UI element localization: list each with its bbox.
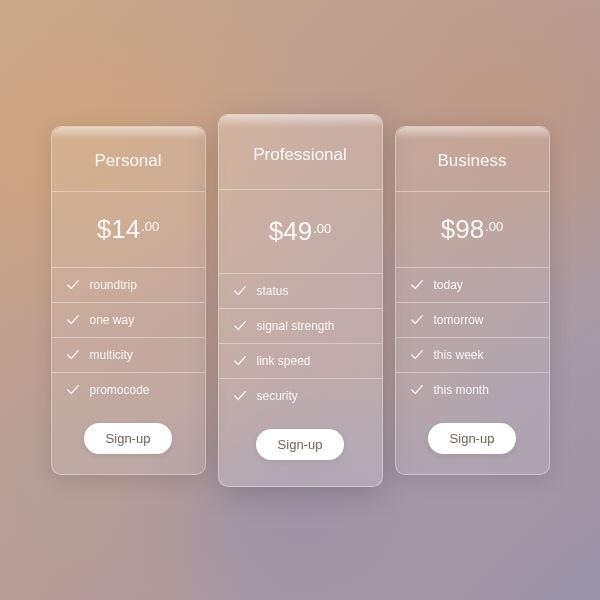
plan-price: $14.00 [52,192,205,268]
plan-price: $49.00 [219,190,382,274]
plan-title: Personal [52,127,205,192]
feature-item: promocode [52,373,205,407]
feature-item: link speed [219,344,382,379]
signup-button[interactable]: Sign-up [256,429,345,460]
cta-wrap: Sign-up [396,407,549,474]
feature-list: status signal strength link speed securi… [219,274,382,413]
feature-item: roundtrip [52,268,205,303]
feature-item: today [396,268,549,303]
signup-button[interactable]: Sign-up [428,423,517,454]
plan-price: $98.00 [396,192,549,268]
feature-item: tomorrow [396,303,549,338]
check-icon [410,278,424,292]
price-amount: $98 [441,214,484,244]
plan-title: Professional [219,115,382,190]
feature-label: security [257,389,298,403]
price-cents: .00 [313,221,331,236]
check-icon [66,383,80,397]
feature-label: link speed [257,354,311,368]
feature-label: tomorrow [434,313,484,327]
feature-label: roundtrip [90,278,137,292]
feature-item: status [219,274,382,309]
price-cents: .00 [141,219,159,234]
feature-item: security [219,379,382,413]
feature-list: today tomorrow this week this month [396,268,549,407]
feature-label: this week [434,348,484,362]
feature-item: signal strength [219,309,382,344]
feature-item: this week [396,338,549,373]
feature-label: promocode [90,383,150,397]
feature-list: roundtrip one way multicity promocode [52,268,205,407]
feature-label: multicity [90,348,133,362]
feature-label: signal strength [257,319,335,333]
feature-label: today [434,278,463,292]
feature-label: this month [434,383,489,397]
check-icon [410,348,424,362]
check-icon [410,383,424,397]
feature-item: this month [396,373,549,407]
pricing-card-personal: Personal $14.00 roundtrip one way multic… [51,126,206,475]
cta-wrap: Sign-up [52,407,205,474]
check-icon [233,354,247,368]
pricing-card-business: Business $98.00 today tomorrow this week… [395,126,550,475]
check-icon [66,348,80,362]
price-amount: $14 [97,214,140,244]
feature-label: status [257,284,289,298]
pricing-card-professional: Professional $49.00 status signal streng… [218,114,383,487]
check-icon [66,313,80,327]
price-amount: $49 [269,216,312,246]
feature-item: multicity [52,338,205,373]
check-icon [233,284,247,298]
check-icon [410,313,424,327]
cta-wrap: Sign-up [219,413,382,486]
check-icon [233,389,247,403]
plan-title: Business [396,127,549,192]
feature-label: one way [90,313,135,327]
check-icon [66,278,80,292]
signup-button[interactable]: Sign-up [84,423,173,454]
price-cents: .00 [485,219,503,234]
feature-item: one way [52,303,205,338]
check-icon [233,319,247,333]
